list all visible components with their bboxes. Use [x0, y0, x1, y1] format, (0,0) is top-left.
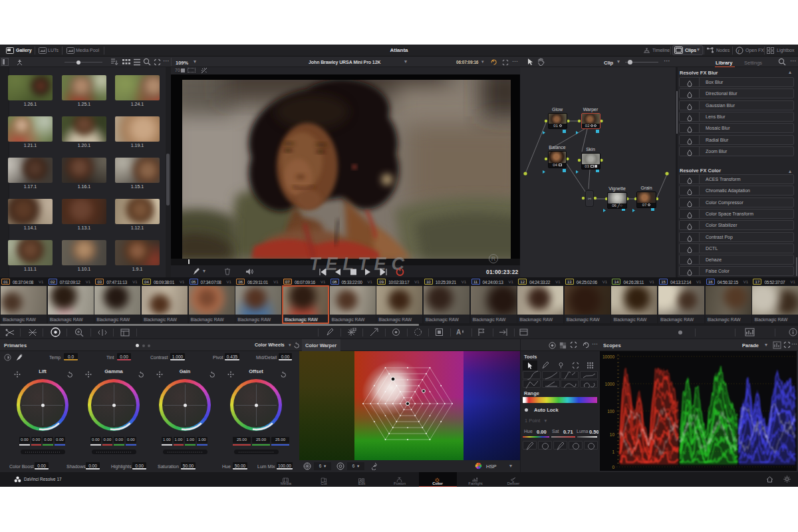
svg-text:10: 10	[610, 432, 615, 437]
svg-text:A: A	[456, 329, 461, 336]
svg-text:10000: 10000	[602, 354, 614, 359]
svg-text:1000: 1000	[605, 382, 615, 386]
svg-text:1: 1	[612, 450, 614, 454]
svg-text:0: 0	[612, 465, 614, 469]
svg-text:100: 100	[607, 409, 614, 414]
svg-text:f: f	[738, 49, 740, 54]
